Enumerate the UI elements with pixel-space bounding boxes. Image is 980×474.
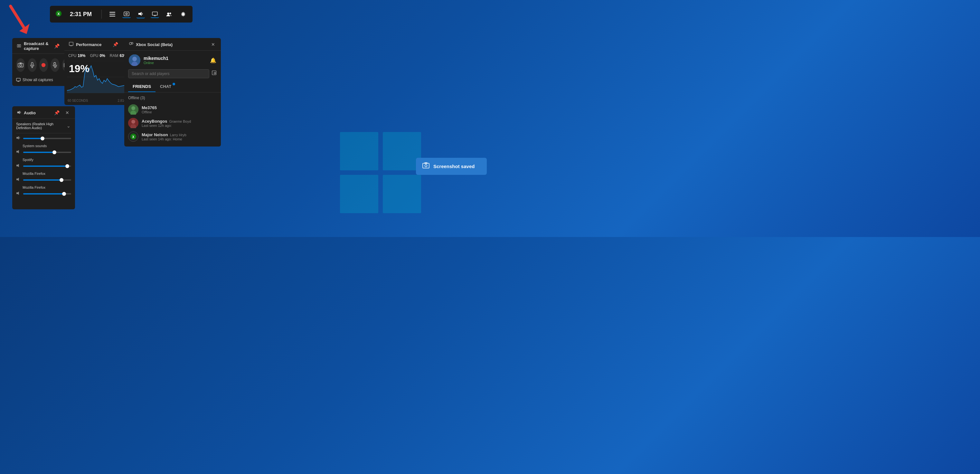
- screenshot-notification: Screenshot saved: [416, 158, 487, 175]
- audio-icon: [17, 110, 21, 116]
- svg-marker-39: [16, 136, 19, 140]
- screenshot-notif-icon: [422, 162, 430, 170]
- audio-device-chevron[interactable]: ⌄: [66, 123, 71, 129]
- firefox1-slider[interactable]: [23, 179, 71, 181]
- mic-capture-btn[interactable]: [28, 58, 37, 72]
- friend-majornelson-name-row: Major Nelson Larry Hryb: [142, 132, 217, 137]
- svg-point-54: [132, 57, 137, 61]
- svg-point-28: [41, 63, 46, 67]
- social-header: Xbox Social (Beta) ✕: [124, 38, 221, 51]
- svg-point-17: [167, 13, 169, 15]
- audio-pin-btn[interactable]: 📌: [53, 110, 61, 116]
- svg-rect-44: [69, 42, 73, 45]
- system-sounds-slider-row: [16, 150, 71, 154]
- svg-rect-4: [383, 132, 421, 170]
- gpu-stat: GPU 0%: [90, 54, 105, 58]
- gamebar-menu-btn[interactable]: [108, 11, 116, 18]
- friend-me3765-info: Me3765 Offline: [142, 105, 217, 114]
- friend-aceybongos-info: AceyBongos Graeme Boyd Last seen 12h ago…: [142, 119, 217, 127]
- svg-rect-67: [423, 163, 429, 168]
- gamebar-volume-btn[interactable]: [137, 10, 145, 18]
- spotify-slider[interactable]: [23, 165, 71, 167]
- red-arrow: [6, 3, 32, 35]
- audio-device-row: Speakers (Realtek High Definition Audio)…: [16, 122, 71, 133]
- xbox-social-panel: Xbox Social (Beta) ✕ mikemuch1 Online 🔔: [124, 38, 221, 146]
- firefox2-section: Mozilla Firefox: [16, 186, 71, 196]
- audio-close-btn[interactable]: ✕: [64, 110, 70, 116]
- perf-header: Performance 📌 ✕: [64, 38, 134, 51]
- firefox2-label: Mozilla Firefox: [22, 186, 71, 189]
- svg-rect-22: [18, 64, 23, 67]
- perf-icon: [69, 42, 73, 47]
- friend-me3765-avatar: [128, 104, 138, 115]
- gamebar-time: 2:31 PM: [70, 11, 92, 18]
- svg-marker-40: [16, 150, 19, 153]
- notification-btn[interactable]: 🔔: [210, 57, 216, 64]
- svg-point-62: [131, 120, 135, 124]
- svg-point-23: [20, 64, 22, 66]
- perf-footer-left: 60 SECONDS: [68, 99, 88, 102]
- friend-me3765-name-row: Me3765: [142, 105, 217, 110]
- gamebar-toolbar: X 2:31 PM: [50, 6, 192, 22]
- svg-point-13: [126, 13, 127, 14]
- social-close-btn[interactable]: ✕: [210, 41, 216, 48]
- audio-panel: Audio 📌 ✕ Speakers (Realtek High Definit…: [12, 106, 75, 209]
- search-input[interactable]: [128, 69, 209, 78]
- record-capture-btn[interactable]: [39, 58, 48, 72]
- system-sounds-slider[interactable]: [23, 152, 71, 153]
- svg-line-1: [11, 6, 25, 30]
- screenshot-capture-btn[interactable]: [16, 58, 25, 72]
- svg-marker-41: [16, 164, 19, 167]
- perf-title: Performance: [69, 42, 102, 47]
- perf-stats: CPU 19% GPU 0% RAM 63% ⌃: [64, 51, 134, 60]
- tab-friends[interactable]: FRIENDS: [128, 81, 156, 92]
- gamebar-display-btn[interactable]: [151, 10, 159, 18]
- social-title: Xbox Social (Beta): [129, 42, 173, 47]
- friends-section: Offline (3) Me3765 Offline: [124, 92, 221, 146]
- svg-rect-15: [152, 12, 158, 16]
- xbox-icon: X: [55, 10, 62, 19]
- svg-rect-6: [383, 175, 421, 213]
- firefox1-label: Mozilla Firefox: [22, 172, 71, 175]
- gamebar-settings-btn[interactable]: [179, 10, 188, 18]
- user-avatar: [129, 54, 140, 66]
- screenshot-notif-text: Screenshot saved: [433, 164, 474, 169]
- svg-point-18: [170, 13, 171, 14]
- firefox2-slider-row: [16, 191, 71, 196]
- social-username: mikemuch1: [143, 56, 207, 61]
- friend-aceybongos-avatar: [128, 118, 138, 128]
- broadcast-pin-btn[interactable]: 📌: [53, 43, 61, 49]
- master-vol-slider[interactable]: [23, 138, 71, 139]
- friend-majornelson-info: Major Nelson Larry Hryb Last seen 14h ag…: [142, 132, 217, 141]
- friend-majornelson[interactable]: X Major Nelson Larry Hryb Last seen 14h …: [128, 130, 217, 143]
- social-title-text: Xbox Social (Beta): [136, 42, 173, 47]
- system-sounds-vol-icon: [16, 150, 21, 154]
- svg-rect-10: [110, 14, 115, 14]
- friend-aceybongos[interactable]: AceyBongos Graeme Boyd Last seen 12h ago…: [128, 116, 217, 130]
- spotify-vol-icon: [16, 164, 21, 169]
- perf-pin-btn[interactable]: 📌: [111, 41, 119, 48]
- svg-marker-14: [138, 12, 142, 16]
- social-user-status: Online: [143, 61, 207, 65]
- mic-off-capture-btn[interactable]: [51, 58, 60, 72]
- tab-chat[interactable]: CHAT: [156, 81, 176, 92]
- svg-rect-5: [340, 175, 378, 213]
- gamebar-social-btn[interactable]: [165, 11, 173, 18]
- audio-master-row: [16, 136, 71, 141]
- svg-rect-25: [31, 62, 33, 65]
- audio-body: Speakers (Realtek High Definition Audio)…: [12, 119, 75, 204]
- compose-btn[interactable]: [212, 70, 217, 77]
- audio-device-name: Speakers (Realtek High Definition Audio): [16, 122, 66, 130]
- friend-me3765[interactable]: Me3765 Offline: [128, 103, 217, 116]
- svg-rect-3: [340, 132, 378, 170]
- gamebar-screenshot-btn[interactable]: [123, 10, 131, 18]
- svg-rect-36: [16, 78, 20, 81]
- svg-point-21: [18, 45, 20, 46]
- audio-header: Audio 📌 ✕: [12, 106, 75, 119]
- firefox2-slider[interactable]: [23, 193, 71, 194]
- svg-rect-9: [110, 12, 115, 13]
- master-vol-icon: [16, 136, 21, 141]
- svg-marker-43: [16, 192, 19, 195]
- social-controls: ✕: [210, 41, 216, 48]
- broadcast-icon: [17, 43, 21, 49]
